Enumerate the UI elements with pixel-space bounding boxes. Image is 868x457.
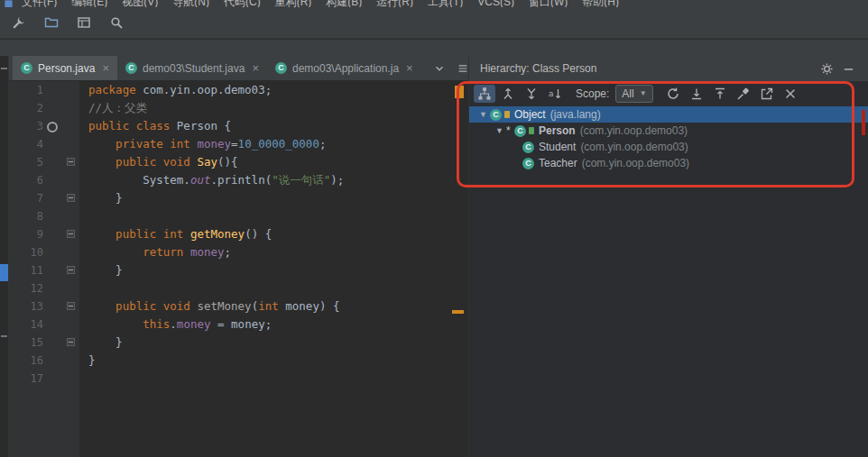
- code-line[interactable]: [88, 207, 468, 225]
- sort-alphabetically-icon[interactable]: a: [544, 85, 566, 103]
- supertypes-hierarchy-icon[interactable]: [497, 85, 519, 103]
- code-line[interactable]: }: [88, 189, 468, 207]
- code-line[interactable]: //人：父类: [88, 99, 468, 117]
- menu-item[interactable]: 工具(T): [420, 0, 470, 7]
- close-icon[interactable]: [780, 85, 801, 103]
- tree-row-teacher[interactable]: CTeacher(com.yin.oop.demo03): [469, 155, 868, 171]
- code-line[interactable]: return money;: [88, 243, 468, 261]
- wrench-icon[interactable]: [9, 13, 29, 32]
- fold-marker-icon[interactable]: [67, 158, 75, 166]
- menu-item[interactable]: 编辑(E): [64, 0, 115, 7]
- scope-dropdown[interactable]: All ▼: [615, 85, 652, 103]
- code-line[interactable]: public class Person {: [88, 117, 468, 135]
- code-line[interactable]: }: [88, 334, 468, 352]
- line-number: 17: [31, 370, 43, 388]
- hierarchy-action-buttons: [662, 85, 801, 103]
- line-number-cell: 2: [9, 99, 79, 117]
- window-icon: [4, 0, 14, 7]
- code-line[interactable]: System.out.println("说一句话");: [88, 171, 468, 189]
- menu-item[interactable]: 代码(C): [217, 0, 268, 7]
- menu-item[interactable]: 文件(F): [14, 0, 64, 7]
- tree-row-object[interactable]: ▼CObject(java.lang): [469, 106, 868, 123]
- tree-node-package: (com.yin.oop.demo03): [580, 124, 688, 137]
- class-icon: C: [514, 125, 526, 137]
- stripe-handle-icon[interactable]: [1, 68, 7, 69]
- error-stripe-warning-mark[interactable]: [452, 310, 464, 314]
- editor-tab[interactable]: Cdemo03\Student.java×: [117, 56, 267, 80]
- chevron-down-icon[interactable]: [429, 59, 450, 78]
- hierarchy-type-buttons: a: [474, 85, 566, 103]
- gear-icon[interactable]: [816, 59, 837, 78]
- ide-window: { "menu": { "items": ["文件(F)", "编辑(E)", …: [0, 0, 868, 457]
- collapse-all-icon[interactable]: [709, 85, 731, 103]
- tree-row-person[interactable]: ▼*CPerson(com.yin.oop.demo03): [469, 123, 868, 139]
- code-line[interactable]: package com.yin.oop.demo03;: [88, 81, 468, 99]
- code-line[interactable]: private int money=10_0000_0000;: [88, 135, 468, 153]
- chevron-expanded-icon[interactable]: ▼: [476, 110, 490, 119]
- code-line[interactable]: public void Say(){: [88, 153, 468, 171]
- refresh-icon[interactable]: [662, 85, 684, 103]
- tree-row-student[interactable]: CStudent(com.yin.oop.demo03): [469, 139, 868, 155]
- fold-marker-icon[interactable]: [67, 302, 75, 310]
- menu-item[interactable]: 帮助(H): [575, 0, 626, 7]
- code-line[interactable]: public int getMoney() {: [88, 225, 468, 243]
- expand-all-icon[interactable]: [686, 85, 707, 103]
- line-number-cell: 15: [9, 334, 79, 352]
- code-editor[interactable]: 1234567891011121314151617 package com.yi…: [9, 81, 468, 457]
- fold-marker-icon[interactable]: [67, 338, 75, 346]
- menu-item[interactable]: 视图(V): [115, 0, 165, 7]
- line-number: 2: [37, 99, 43, 117]
- menu-item[interactable]: 窗口(W): [522, 0, 575, 7]
- menu-item[interactable]: VCS(S): [470, 0, 522, 7]
- line-number: 7: [37, 189, 43, 207]
- fold-marker-icon[interactable]: [67, 266, 75, 274]
- subtypes-hierarchy-icon[interactable]: [521, 85, 542, 103]
- line-number: 11: [31, 261, 43, 279]
- fold-marker-icon[interactable]: [67, 194, 75, 202]
- layout-icon[interactable]: [74, 13, 94, 32]
- tool-window-stripe-button[interactable]: [0, 264, 8, 281]
- tree-node-package: (java.lang): [550, 108, 601, 121]
- minimize-icon[interactable]: [837, 59, 859, 78]
- code-line[interactable]: }: [88, 352, 468, 370]
- menu-item[interactable]: 重构(R): [268, 0, 319, 7]
- editor-tab[interactable]: CPerson.java×: [13, 56, 117, 80]
- code-line[interactable]: public void setMoney(int money) {: [88, 297, 468, 315]
- code-area[interactable]: package com.yin.oop.demo03;//人：父类public …: [79, 81, 468, 457]
- fold-marker-icon[interactable]: [67, 230, 75, 238]
- line-number: 9: [37, 225, 43, 243]
- line-number: 1: [37, 81, 43, 99]
- menu-item[interactable]: 导航(N): [165, 0, 217, 7]
- menu-item[interactable]: 构建(B): [319, 0, 369, 7]
- stripe-handle-icon[interactable]: [1, 335, 7, 337]
- code-line[interactable]: [88, 279, 468, 297]
- line-number: 5: [37, 153, 43, 171]
- tab-close-icon[interactable]: ×: [252, 61, 259, 75]
- search-icon[interactable]: [106, 13, 126, 32]
- pin-icon[interactable]: [733, 85, 754, 103]
- tab-strip: CPerson.java×Cdemo03\Student.java×Cdemo0…: [13, 56, 474, 80]
- hierarchy-toolbar: a Scope: All ▼: [469, 81, 868, 105]
- tab-close-icon[interactable]: ×: [102, 61, 109, 75]
- class-gutter-icon[interactable]: [47, 122, 58, 133]
- folder-icon[interactable]: [42, 13, 61, 32]
- class-icon: C: [522, 142, 534, 153]
- line-number-cell: 7: [9, 189, 79, 207]
- code-line[interactable]: this.money = money;: [88, 315, 468, 334]
- error-stripe-warning-mark[interactable]: [455, 86, 464, 98]
- badge-icon: [529, 127, 534, 134]
- code-line[interactable]: }: [88, 261, 468, 279]
- editor-tab[interactable]: Cdemo03\Application.ja×: [267, 56, 421, 80]
- open-in-new-window-icon[interactable]: [756, 85, 778, 103]
- line-number: 13: [31, 297, 43, 315]
- tab-close-icon[interactable]: ×: [406, 61, 413, 75]
- left-tool-stripe: [0, 56, 9, 457]
- class-hierarchy-icon[interactable]: [474, 85, 495, 103]
- tree-node-label: Object: [514, 108, 546, 121]
- badge-icon: [504, 111, 510, 118]
- navigation-bar: [0, 40, 868, 56]
- menu-item[interactable]: 运行(R): [369, 0, 420, 7]
- chevron-expanded-icon[interactable]: ▼: [493, 126, 506, 135]
- line-number-cell: 14: [9, 315, 79, 334]
- code-line[interactable]: [88, 370, 468, 388]
